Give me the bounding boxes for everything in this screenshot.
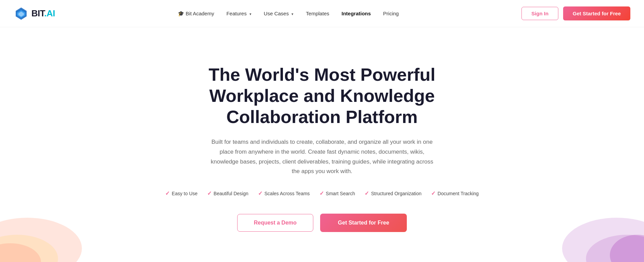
request-demo-button[interactable]: Request a Demo xyxy=(237,214,313,232)
feature-document-tracking: ✓ Document Tracking xyxy=(431,190,479,197)
nav-link-features[interactable]: Features ▾ xyxy=(226,11,251,16)
hero-title: The World's Most Powerful Workplace and … xyxy=(169,64,476,128)
nav-link-integrations[interactable]: Integrations xyxy=(342,11,371,16)
use-cases-chevron-icon: ▾ xyxy=(291,12,294,16)
nav-link-use-cases[interactable]: Use Cases ▾ xyxy=(264,11,294,16)
logo-text: BIT.AI xyxy=(31,8,55,19)
feature-smart-search: ✓ Smart Search xyxy=(319,190,355,197)
nav-link-pricing[interactable]: Pricing xyxy=(383,11,399,16)
logo[interactable]: BIT.AI xyxy=(14,6,55,21)
check-icon-org: ✓ xyxy=(364,190,369,197)
feature-structured-org: ✓ Structured Organization xyxy=(364,190,421,197)
hero-section: The World's Most Powerful Workplace and … xyxy=(0,27,644,262)
feature-label-org: Structured Organization xyxy=(371,191,421,196)
nav-item-integrations[interactable]: Integrations xyxy=(342,11,371,17)
nav-item-features[interactable]: Features ▾ xyxy=(226,11,251,17)
check-icon-scales: ✓ xyxy=(258,190,262,197)
feature-label-design: Beautiful Design xyxy=(214,191,248,196)
hero-cta-buttons: Request a Demo Get Started for Free xyxy=(237,214,407,232)
svg-point-4 xyxy=(0,218,82,262)
check-icon-easy: ✓ xyxy=(165,190,170,197)
svg-point-8 xyxy=(586,235,644,262)
svg-point-5 xyxy=(0,235,58,262)
nav-item-use-cases[interactable]: Use Cases ▾ xyxy=(264,11,294,17)
nav-actions: Sign In Get Started for Free xyxy=(521,6,630,20)
feature-scales-teams: ✓ Scales Across Teams xyxy=(258,190,310,197)
check-icon-tracking: ✓ xyxy=(431,190,435,197)
nav-link-bit-academy[interactable]: 🎓 Bit Academy xyxy=(178,11,214,16)
nav-item-templates[interactable]: Templates xyxy=(306,11,329,17)
feature-label-easy: Easy to Use xyxy=(172,191,197,196)
feature-beautiful-design: ✓ Beautiful Design xyxy=(207,190,248,197)
get-started-hero-button[interactable]: Get Started for Free xyxy=(320,214,407,232)
get-started-nav-button[interactable]: Get Started for Free xyxy=(563,6,630,20)
feature-label-search: Smart Search xyxy=(326,191,355,196)
decorative-blob-right xyxy=(548,187,644,262)
feature-label-scales: Scales Across Teams xyxy=(264,191,310,196)
check-icon-design: ✓ xyxy=(207,190,212,197)
decorative-blob-left xyxy=(0,180,89,262)
svg-point-7 xyxy=(562,218,644,262)
hero-features-list: ✓ Easy to Use ✓ Beautiful Design ✓ Scale… xyxy=(165,190,478,197)
svg-point-9 xyxy=(610,235,644,262)
feature-easy-to-use: ✓ Easy to Use xyxy=(165,190,197,197)
sign-in-button[interactable]: Sign In xyxy=(521,7,558,20)
feature-label-tracking: Document Tracking xyxy=(438,191,479,196)
check-icon-search: ✓ xyxy=(319,190,324,197)
features-chevron-icon: ▾ xyxy=(249,12,252,16)
navbar: BIT.AI 🎓 Bit Academy Features ▾ Use Case… xyxy=(0,0,644,27)
nav-item-pricing[interactable]: Pricing xyxy=(383,11,399,17)
nav-links: 🎓 Bit Academy Features ▾ Use Cases ▾ Tem… xyxy=(178,11,399,17)
svg-point-6 xyxy=(0,243,41,262)
hero-subtitle: Built for teams and individuals to creat… xyxy=(206,137,438,177)
logo-icon xyxy=(14,6,29,21)
nav-link-templates[interactable]: Templates xyxy=(306,11,329,16)
nav-item-bit-academy[interactable]: 🎓 Bit Academy xyxy=(178,11,214,17)
